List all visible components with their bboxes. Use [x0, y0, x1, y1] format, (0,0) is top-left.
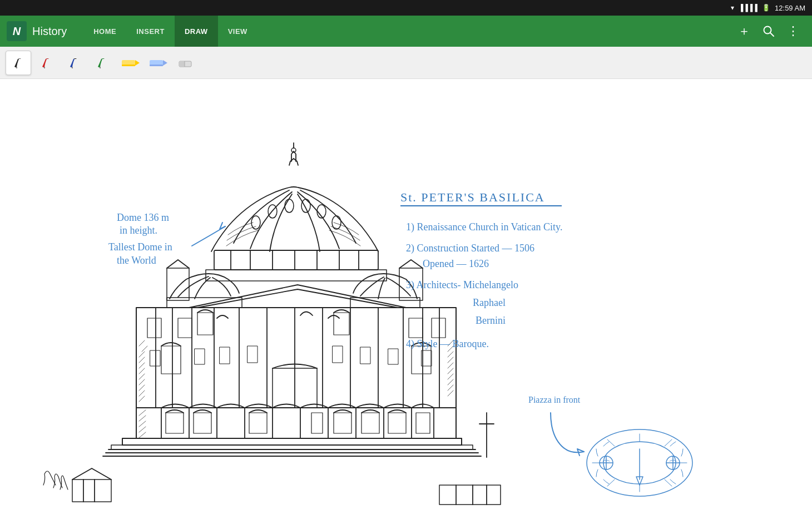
dome-annotation-line4: the World [117, 255, 156, 266]
svg-rect-77 [439, 485, 501, 505]
time-display: 12:59 AM [775, 4, 805, 12]
svg-rect-5 [100, 67, 101, 68]
svg-rect-45 [197, 313, 213, 335]
svg-rect-2 [16, 67, 17, 68]
note-3: 3) Architects- Michelangelo [406, 279, 518, 291]
svg-rect-60 [136, 408, 456, 438]
svg-rect-55 [247, 346, 258, 363]
tab-home[interactable]: HOME [83, 16, 126, 47]
search-button[interactable] [756, 19, 781, 43]
svg-rect-56 [333, 346, 343, 363]
highlighter-blue-tool[interactable] [145, 51, 170, 75]
tab-draw[interactable]: DRAW [175, 16, 218, 47]
add-button[interactable]: ＋ [732, 19, 756, 43]
drawing-canvas: Dome 136 m in height. Tallest Dome in th… [0, 79, 812, 509]
svg-rect-58 [388, 349, 398, 364]
basilica-title: St. PETER'S BASILICA [400, 190, 545, 204]
wifi-icon: ▾ [731, 4, 734, 12]
svg-rect-70 [111, 445, 473, 449]
note-2b: Opened — 1626 [423, 258, 489, 269]
svg-rect-25 [350, 298, 420, 308]
draw-toolbar [0, 47, 812, 79]
tab-view[interactable]: VIEW [218, 16, 258, 47]
note-1: 1) Renaissance Church in Vatican City. [406, 221, 562, 233]
svg-rect-68 [416, 413, 430, 433]
canvas-area[interactable]: Dome 136 m in height. Tallest Dome in th… [0, 79, 812, 509]
svg-rect-43 [147, 318, 161, 338]
svg-point-18 [285, 199, 294, 213]
svg-rect-44 [178, 318, 192, 338]
svg-rect-65 [334, 413, 351, 433]
svg-rect-23 [206, 270, 387, 281]
piazza-label: Piazza in front [528, 395, 581, 404]
eraser-tool[interactable] [172, 51, 198, 75]
svg-rect-66 [362, 413, 379, 433]
signal-icon: ▐▐▐▐ [739, 4, 757, 12]
app-logo[interactable]: N [7, 21, 27, 41]
svg-point-19 [301, 199, 310, 213]
pen-black-tool[interactable] [6, 51, 31, 75]
svg-marker-8 [135, 60, 140, 66]
svg-rect-62 [194, 413, 211, 433]
svg-rect-63 [249, 413, 267, 433]
svg-rect-22 [214, 250, 378, 270]
note-4: 4) Style — Baroque. [406, 338, 489, 350]
svg-rect-69 [122, 438, 462, 445]
navbar: N History HOME INSERT DRAW VIEW ＋ ⋮ [0, 16, 812, 47]
dome-annotation-line2: in height. [120, 225, 157, 236]
highlighter-yellow-tool[interactable] [117, 51, 142, 75]
note-3c: Bernini [476, 315, 506, 326]
status-bar: ▾ ▐▐▐▐ 🔋 12:59 AM [0, 0, 812, 16]
svg-rect-74 [72, 480, 111, 502]
svg-rect-50 [161, 346, 181, 374]
svg-rect-57 [360, 347, 370, 364]
svg-rect-64 [311, 413, 323, 433]
pen-green-tool[interactable] [89, 51, 115, 75]
svg-rect-48 [432, 318, 445, 338]
svg-rect-54 [220, 347, 230, 364]
svg-rect-28 [136, 308, 456, 408]
svg-rect-10 [150, 65, 163, 66]
notebook-title: History [32, 25, 67, 38]
pen-red-tool[interactable] [33, 51, 59, 75]
dome-annotation-line3: Tallest Dome in [108, 241, 172, 253]
note-2: 2) Construction Started — 1506 [406, 243, 534, 254]
svg-rect-3 [44, 67, 45, 68]
svg-rect-4 [72, 67, 73, 68]
battery-icon: 🔋 [762, 4, 770, 12]
dome-annotation-line1: Dome 136 m [117, 212, 169, 223]
tab-insert[interactable]: INSERT [126, 16, 175, 47]
svg-rect-13 [179, 61, 185, 67]
svg-rect-53 [195, 349, 205, 364]
app-logo-letter: N [13, 25, 21, 38]
svg-rect-52 [150, 350, 160, 366]
svg-rect-67 [388, 413, 406, 433]
svg-rect-26 [167, 268, 189, 300]
svg-rect-7 [122, 65, 135, 66]
svg-line-1 [770, 33, 774, 36]
svg-rect-61 [166, 413, 184, 433]
note-3b: Raphael [473, 297, 506, 308]
more-options-button[interactable]: ⋮ [781, 19, 805, 43]
svg-marker-11 [163, 60, 167, 66]
pen-dark-blue-tool[interactable] [61, 51, 87, 75]
svg-rect-47 [409, 318, 423, 338]
